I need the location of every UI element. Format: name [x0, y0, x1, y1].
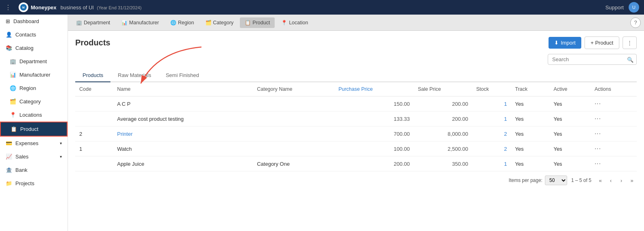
- col-purchase-price[interactable]: Purchase Price: [335, 82, 414, 96]
- tab-semi-finished[interactable]: Semi Finished: [159, 69, 206, 82]
- col-code: Code: [75, 82, 113, 96]
- help-button[interactable]: ?: [630, 17, 641, 28]
- cell-sale-price: 8,000.00: [414, 126, 472, 141]
- subnav-department-icon: 🏢: [76, 20, 82, 26]
- subnav-location-label: Location: [289, 20, 308, 26]
- items-per-page: Items per page: 50 25 100: [509, 175, 567, 185]
- import-button[interactable]: ⬇ Import: [549, 37, 581, 49]
- products-table: Code Name Category Name Purchase Price S…: [75, 82, 637, 171]
- first-page-button[interactable]: «: [595, 175, 605, 185]
- cell-stock: 1: [472, 96, 511, 111]
- pagination: Items per page: 50 25 100 1 – 5 of 5 « ‹…: [75, 171, 637, 185]
- cell-category: [253, 141, 334, 156]
- sidebar-item-product[interactable]: 📋 Product: [0, 122, 68, 137]
- subnav-manufacturer-label: Manufacturer: [129, 20, 159, 26]
- topbar-left: ⋮ M Moneypex business of UI (Year End 31…: [5, 2, 142, 12]
- cell-actions[interactable]: ···: [591, 141, 637, 156]
- sidebar-item-label: Locations: [19, 112, 42, 118]
- more-dots-icon: ⋮: [627, 40, 632, 46]
- cell-actions[interactable]: ···: [591, 156, 637, 171]
- sidebar-item-contacts[interactable]: 👤 Contacts: [0, 28, 68, 41]
- sidebar-item-region[interactable]: 🌐 Region: [0, 81, 68, 95]
- cell-track: Yes: [511, 141, 549, 156]
- subnav-location[interactable]: 📍 Location: [276, 17, 313, 28]
- support-link[interactable]: Support: [605, 4, 624, 11]
- expenses-icon: 💳: [6, 140, 12, 146]
- sidebar-item-catalog[interactable]: 📚 Catalog: [0, 41, 68, 55]
- sidebar-item-label: Bank: [15, 167, 28, 173]
- cell-actions[interactable]: ···: [591, 126, 637, 141]
- subnav-right: ?: [630, 17, 641, 28]
- subnav-product[interactable]: 📋 Product: [240, 17, 275, 28]
- sidebar-item-label: Projects: [15, 180, 34, 186]
- sidebar-item-department[interactable]: 🏢 Department: [0, 55, 68, 68]
- cell-track: Yes: [511, 156, 549, 171]
- menu-dots-icon[interactable]: ⋮: [5, 4, 11, 11]
- sidebar: ⊞ Dashboard 👤 Contacts 📚 Catalog 🏢 Depar…: [0, 15, 68, 231]
- cell-actions[interactable]: ···: [591, 96, 637, 111]
- sidebar-item-sales[interactable]: 📈 Sales ▾: [0, 150, 68, 163]
- projects-icon: 📁: [6, 180, 12, 186]
- search-input[interactable]: [548, 54, 637, 65]
- tab-raw-materials[interactable]: Raw Materials: [110, 69, 158, 82]
- subnav-region[interactable]: 🌐 Region: [165, 17, 199, 28]
- logo-text: Moneypex: [31, 4, 57, 11]
- prev-page-button[interactable]: ‹: [606, 175, 616, 185]
- last-page-button[interactable]: »: [627, 175, 637, 185]
- cell-category: [253, 111, 334, 126]
- add-product-button[interactable]: + Product: [585, 36, 619, 49]
- cell-category: [253, 96, 334, 111]
- search-bar: 🔍: [75, 54, 637, 65]
- cell-name: Average cost product testing: [113, 111, 253, 126]
- cell-code: [75, 96, 113, 111]
- sidebar-item-dashboard[interactable]: ⊞ Dashboard: [0, 15, 68, 28]
- items-per-page-select[interactable]: 50 25 100: [545, 175, 567, 185]
- sidebar-item-label: Region: [19, 85, 36, 91]
- cell-track: Yes: [511, 126, 549, 141]
- row-actions-button[interactable]: ···: [595, 160, 601, 167]
- sidebar-item-manufacturer[interactable]: 📊 Manufacturer: [0, 68, 68, 81]
- subnav: 🏢 Department 📊 Manufacturer 🌐 Region 🗂️ …: [68, 15, 644, 31]
- cell-actions[interactable]: ···: [591, 111, 637, 126]
- row-actions-button[interactable]: ···: [595, 115, 601, 122]
- next-page-button[interactable]: ›: [616, 175, 626, 185]
- user-avatar[interactable]: U: [629, 2, 639, 13]
- cell-purchase-price: 150.00: [335, 96, 414, 111]
- import-icon: ⬇: [554, 40, 559, 46]
- subnav-manufacturer[interactable]: 📊 Manufacturer: [117, 17, 164, 28]
- table-row: 1 Watch 100.00 2,500.00 2 Yes Yes ···: [75, 141, 637, 156]
- cell-purchase-price: 200.00: [335, 156, 414, 171]
- subnav-region-label: Region: [178, 20, 194, 26]
- subnav-product-icon: 📋: [245, 20, 251, 26]
- sidebar-item-bank[interactable]: 🏦 Bank: [0, 163, 68, 177]
- cell-sale-price: 200.00: [414, 111, 472, 126]
- sidebar-item-category[interactable]: 🗂️ Category: [0, 95, 68, 108]
- locations-icon: 📍: [10, 112, 16, 118]
- sidebar-item-expenses[interactable]: 💳 Expenses ▾: [0, 137, 68, 150]
- logo-circle: M: [19, 2, 28, 12]
- sales-arrow-icon: ▾: [60, 154, 62, 159]
- subnav-category[interactable]: 🗂️ Category: [201, 17, 239, 28]
- row-actions-button[interactable]: ···: [595, 145, 601, 152]
- cell-purchase-price: 100.00: [335, 141, 414, 156]
- search-icon-button[interactable]: 🔍: [627, 56, 633, 62]
- page-content: Products ⬇ Import + Product ⋮: [68, 31, 644, 231]
- subnav-category-label: Category: [213, 20, 234, 26]
- dashboard-icon: ⊞: [6, 18, 10, 24]
- cell-category: [253, 126, 334, 141]
- cell-active: Yes: [549, 156, 590, 171]
- category-icon: 🗂️: [10, 98, 16, 105]
- subnav-department[interactable]: 🏢 Department: [71, 17, 115, 28]
- more-options-button[interactable]: ⋮: [623, 36, 637, 49]
- region-icon: 🌐: [10, 85, 16, 91]
- cell-name: Apple Juice: [113, 156, 253, 171]
- row-actions-button[interactable]: ···: [595, 130, 601, 137]
- sidebar-item-locations[interactable]: 📍 Locations: [0, 108, 68, 122]
- table-row: 2 Printer 700.00 8,000.00 2 Yes Yes ···: [75, 126, 637, 141]
- cell-stock: 1: [472, 111, 511, 126]
- tab-products[interactable]: Products: [75, 69, 110, 82]
- row-actions-button[interactable]: ···: [595, 100, 601, 107]
- cell-name: A C P: [113, 96, 253, 111]
- sidebar-item-label: Expenses: [15, 140, 38, 146]
- sidebar-item-projects[interactable]: 📁 Projects: [0, 177, 68, 190]
